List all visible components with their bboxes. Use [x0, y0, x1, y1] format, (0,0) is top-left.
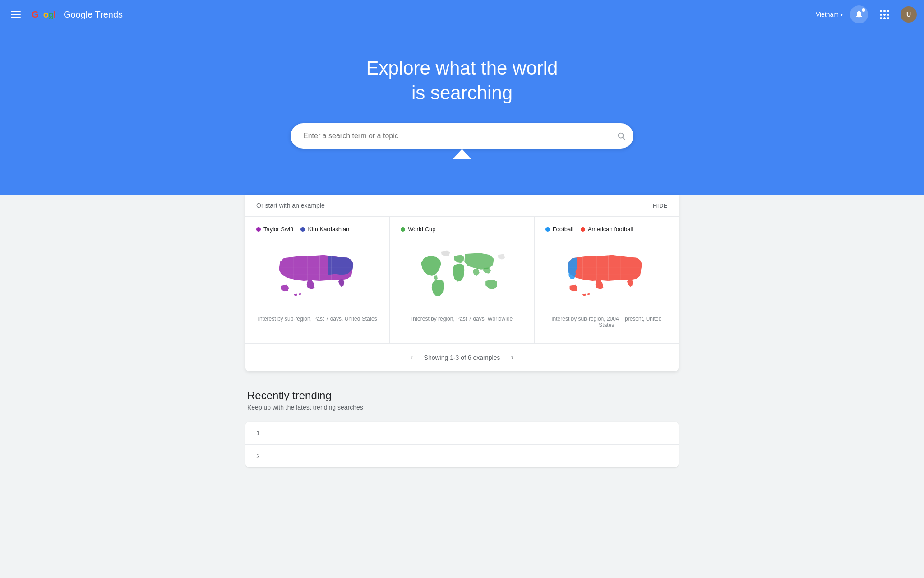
trending-title: Recently trending [245, 389, 679, 402]
card-3-legend: Football American football [545, 226, 668, 233]
location-selector[interactable]: Vietnam ▾ [816, 11, 843, 18]
trending-name-1 [273, 429, 668, 437]
world-cup-label: World Cup [408, 226, 435, 233]
trending-list: 1 2 [245, 422, 679, 467]
search-input[interactable] [291, 123, 633, 149]
trending-subtitle: Keep up with the latest trending searche… [245, 404, 679, 411]
world-cup-dot [401, 227, 405, 232]
dropdown-arrow-icon: ▾ [841, 12, 843, 17]
legend-football[interactable]: Football [545, 226, 573, 233]
legend-kim-kardashian[interactable]: Kim Kardashian [300, 226, 349, 233]
apps-grid-icon [880, 10, 889, 19]
legend-taylor-swift[interactable]: Taylor Swift [256, 226, 293, 233]
card-2-legend: World Cup [401, 226, 523, 233]
example-card-1[interactable]: Taylor Swift Kim Kardashian [245, 217, 390, 343]
pagination-next-button[interactable]: › [507, 351, 517, 364]
usa-map-red-svg [557, 244, 656, 308]
header: Google Google Trends Vietnam ▾ U [0, 0, 924, 29]
football-label: Football [553, 226, 573, 233]
trending-info-2 [273, 452, 668, 460]
card-1-caption: Interest by sub-region, Past 7 days, Uni… [256, 316, 379, 322]
kim-kardashian-dot [300, 227, 305, 232]
search-bar-wrapper [291, 123, 633, 149]
apps-button[interactable] [875, 5, 893, 23]
logo-text: Google Trends [64, 9, 123, 20]
search-icon [616, 131, 626, 141]
hero-section: Explore what the world is searching [0, 29, 924, 195]
hero-title-line2: is searching [411, 82, 513, 103]
pagination-text: Showing 1-3 of 6 examples [424, 354, 500, 361]
world-map-svg [410, 240, 514, 312]
examples-pagination: ‹ Showing 1-3 of 6 examples › [245, 343, 679, 371]
hamburger-menu-button[interactable] [7, 7, 24, 22]
hero-title: Explore what the world is searching [9, 56, 915, 105]
trending-rank-2: 2 [256, 452, 273, 460]
american-football-label: American football [588, 226, 633, 233]
examples-cards: Taylor Swift Kim Kardashian [245, 217, 679, 343]
caret-up-indicator [453, 149, 471, 159]
location-label: Vietnam [816, 11, 839, 18]
card-3-map [545, 240, 668, 312]
american-football-dot [581, 227, 585, 232]
trending-row-placeholder-1[interactable]: 1 [245, 422, 679, 445]
logo-g-letter: Google [32, 9, 60, 20]
examples-header: Or start with an example HIDE [245, 195, 679, 217]
header-right: Vietnam ▾ U [816, 5, 917, 23]
example-card-2[interactable]: World Cup [390, 217, 534, 343]
hero-title-line1: Explore what the world [366, 57, 558, 79]
trending-name-2 [273, 452, 668, 460]
usa-map-purple-svg [268, 244, 367, 308]
user-avatar[interactable]: U [901, 6, 917, 23]
header-left: Google Google Trends [7, 7, 123, 22]
football-dot [545, 227, 550, 232]
hide-button[interactable]: HIDE [653, 202, 668, 209]
main-content: Or start with an example HIDE Taylor Swi… [0, 195, 924, 485]
kim-kardashian-label: Kim Kardashian [308, 226, 349, 233]
legend-world-cup[interactable]: World Cup [401, 226, 435, 233]
examples-panel: Or start with an example HIDE Taylor Swi… [245, 195, 679, 371]
taylor-swift-dot [256, 227, 261, 232]
search-button[interactable] [616, 131, 626, 141]
trending-row-placeholder-2[interactable]: 2 [245, 445, 679, 467]
card-2-caption: Interest by region, Past 7 days, Worldwi… [401, 316, 523, 322]
notifications-button[interactable] [850, 5, 868, 23]
card-1-map [256, 240, 379, 312]
trending-info-1 [273, 429, 668, 437]
card-2-map [401, 240, 523, 312]
legend-american-football[interactable]: American football [581, 226, 633, 233]
notification-badge [862, 8, 865, 12]
card-1-legend: Taylor Swift Kim Kardashian [256, 226, 379, 233]
card-3-caption: Interest by sub-region, 2004 – present, … [545, 316, 668, 328]
trending-section: Recently trending Keep up with the lates… [245, 389, 679, 485]
taylor-swift-label: Taylor Swift [263, 226, 293, 233]
examples-header-text: Or start with an example [256, 202, 325, 209]
example-card-3[interactable]: Football American football [535, 217, 679, 343]
trending-rank-1: 1 [256, 429, 273, 437]
google-trends-logo: Google Google Trends [32, 9, 123, 20]
pagination-prev-button[interactable]: ‹ [407, 351, 417, 364]
